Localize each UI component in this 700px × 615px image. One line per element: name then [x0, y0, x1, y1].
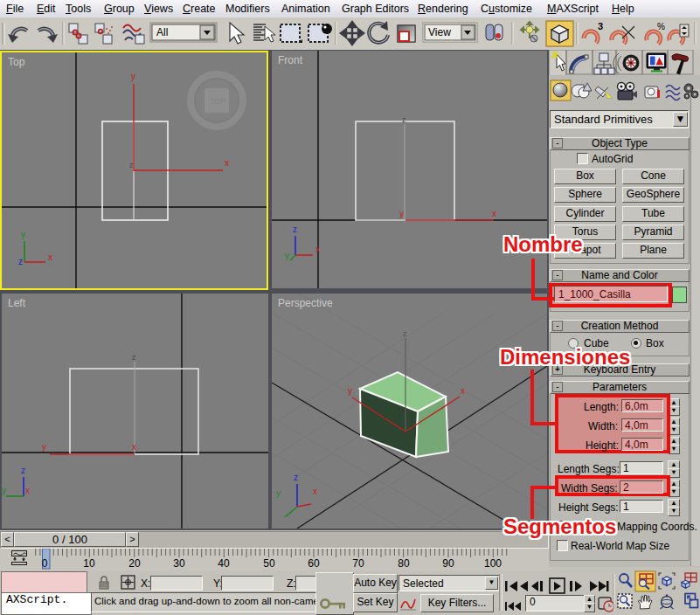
svg-text:y: y	[2, 486, 6, 495]
svg-text:x: x	[492, 209, 496, 218]
svg-text:y: y	[131, 72, 135, 81]
svg-text:x: x	[315, 245, 320, 254]
svg-text:x: x	[25, 486, 30, 495]
svg-text:z: z	[129, 161, 134, 169]
svg-text:View: View	[428, 26, 451, 38]
svg-text:All: All	[156, 26, 168, 38]
svg-text:TOP: TOP	[210, 97, 225, 106]
svg-text:z: z	[402, 115, 406, 124]
svg-text:x: x	[461, 386, 465, 396]
svg-text:y: y	[285, 251, 289, 260]
svg-text:z: z	[21, 466, 25, 475]
svg-text:x: x	[313, 487, 317, 496]
svg-text:3: 3	[598, 21, 603, 31]
svg-text:z: z	[403, 329, 407, 338]
svg-text:z: z	[18, 257, 23, 266]
svg-text:y: y	[276, 488, 281, 498]
svg-text:z: z	[132, 353, 136, 362]
svg-text:y: y	[42, 442, 46, 452]
svg-text:y: y	[21, 230, 25, 239]
svg-text:x: x	[225, 158, 229, 168]
svg-text:x: x	[48, 252, 52, 262]
svg-text:y: y	[399, 209, 404, 218]
svg-text:y: y	[348, 386, 352, 396]
svg-text:z: z	[294, 473, 298, 482]
svg-text:z: z	[293, 225, 297, 234]
svg-text:%: %	[657, 22, 665, 31]
svg-text:x: x	[132, 442, 136, 452]
